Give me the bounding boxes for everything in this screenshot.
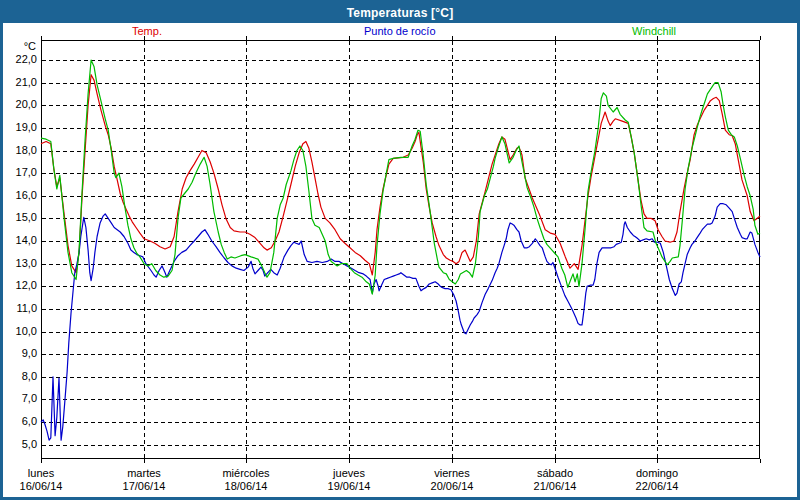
y-tick-label: 21,0 xyxy=(3,76,37,88)
series-dewpoint xyxy=(41,204,760,441)
chart-content: Temp. Punto de rocío Windchill °C 22,021… xyxy=(3,23,797,497)
y-tick-label: 11,0 xyxy=(3,302,37,314)
day-name: domingo xyxy=(609,467,705,480)
y-tick-label: 22,0 xyxy=(3,53,37,65)
day-date: 20/06/14 xyxy=(404,480,500,493)
plot-border xyxy=(42,41,760,459)
day-date: 19/06/14 xyxy=(301,480,397,493)
y-tick-label: 19,0 xyxy=(3,121,37,133)
x-day-label: miércoles18/06/14 xyxy=(198,467,294,493)
x-day-label: jueves19/06/14 xyxy=(301,467,397,493)
day-date: 16/06/14 xyxy=(3,480,89,493)
chart-window: Temperaturas [°C] Temp. Punto de rocío W… xyxy=(0,0,800,500)
y-tick-label: 13,0 xyxy=(3,257,37,269)
y-tick-label: 6,0 xyxy=(3,415,37,427)
x-day-label: domingo22/06/14 xyxy=(609,467,705,493)
day-name: jueves xyxy=(301,467,397,480)
window-titlebar: Temperaturas [°C] xyxy=(3,3,797,23)
x-day-label: sábado21/06/14 xyxy=(507,467,603,493)
y-tick-label: 7,0 xyxy=(3,392,37,404)
y-tick-label: 15,0 xyxy=(3,211,37,223)
y-tick-label: 14,0 xyxy=(3,234,37,246)
series-temp xyxy=(41,75,760,275)
y-tick-label: 12,0 xyxy=(3,279,37,291)
day-date: 21/06/14 xyxy=(507,480,603,493)
y-tick-label: 10,0 xyxy=(3,325,37,337)
day-name: miércoles xyxy=(198,467,294,480)
x-day-label: viernes20/06/14 xyxy=(404,467,500,493)
x-day-label: lunes16/06/14 xyxy=(3,467,89,493)
temperature-chart xyxy=(3,23,797,497)
y-tick-label: 16,0 xyxy=(3,189,37,201)
y-tick-label: 9,0 xyxy=(3,347,37,359)
series-windchill xyxy=(41,60,760,294)
y-tick-label: 17,0 xyxy=(3,166,37,178)
day-name: martes xyxy=(96,467,192,480)
day-date: 17/06/14 xyxy=(96,480,192,493)
x-day-label: martes17/06/14 xyxy=(96,467,192,493)
day-name: sábado xyxy=(507,467,603,480)
y-tick-label: 8,0 xyxy=(3,370,37,382)
y-tick-label: 18,0 xyxy=(3,144,37,156)
y-tick-label: 5,0 xyxy=(3,438,37,450)
day-date: 22/06/14 xyxy=(609,480,705,493)
day-name: viernes xyxy=(404,467,500,480)
window-title: Temperaturas [°C] xyxy=(347,6,454,20)
day-name: lunes xyxy=(3,467,89,480)
day-date: 18/06/14 xyxy=(198,480,294,493)
y-tick-label: 20,0 xyxy=(3,98,37,110)
